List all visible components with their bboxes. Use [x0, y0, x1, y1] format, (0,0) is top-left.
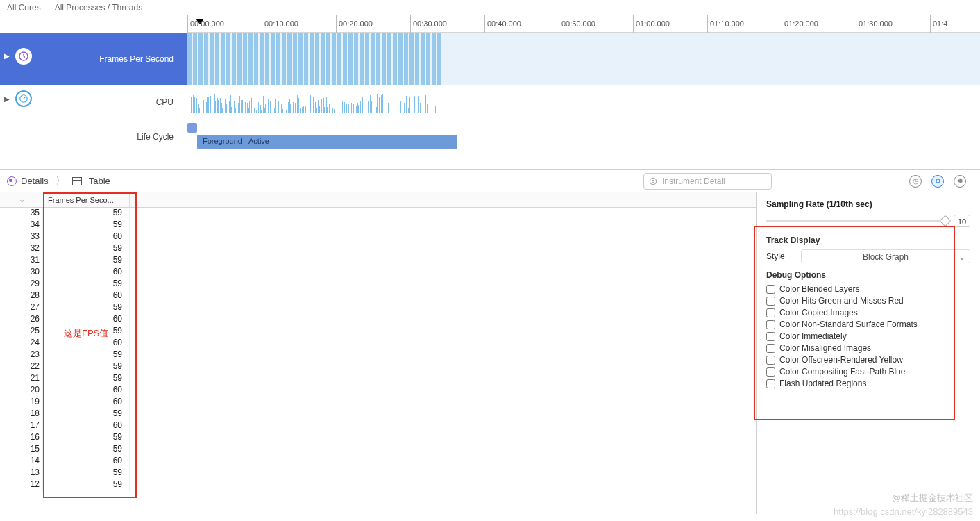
row-index: 23: [0, 349, 43, 361]
info-tab-icon[interactable]: ✱: [954, 175, 966, 188]
fps-value: 59: [43, 220, 130, 231]
checkbox[interactable]: [766, 332, 775, 341]
table-row[interactable]: 1460: [0, 456, 756, 468]
checkbox[interactable]: [766, 297, 775, 306]
debug-option[interactable]: Color Misaligned Images: [766, 343, 970, 353]
life-cycle-track[interactable]: Life Cycle Foreground - Active: [0, 119, 980, 154]
debug-option[interactable]: Flash Updated Regions: [766, 379, 970, 388]
table-row[interactable]: 2060: [0, 385, 756, 397]
time-ruler[interactable]: 00:00.00000:10.00000:20.00000:30.00000:4…: [187, 15, 980, 33]
option-label: Color Immediately: [779, 331, 847, 341]
slider-thumb-icon[interactable]: [940, 215, 952, 227]
table-row[interactable]: 1559: [0, 444, 756, 456]
table-row[interactable]: 1659: [0, 432, 756, 444]
table-row[interactable]: 1859: [0, 408, 756, 420]
row-index: 26: [0, 314, 43, 326]
life-segment: [187, 123, 197, 133]
table-row[interactable]: 1359: [0, 468, 756, 479]
checkbox[interactable]: [766, 308, 775, 317]
option-label: Color Non-Standard Surface Formats: [779, 320, 918, 329]
checkbox[interactable]: [766, 320, 775, 329]
table-row[interactable]: 3159: [0, 255, 756, 267]
row-index: 16: [0, 432, 43, 444]
fps-track-label: ▶ Frames Per Second: [0, 33, 187, 85]
table-row[interactable]: 2259: [0, 361, 756, 373]
fps-value: 59: [43, 302, 130, 314]
checkbox[interactable]: [766, 285, 775, 294]
track-title: Frames Per Second: [99, 54, 174, 64]
table-row[interactable]: 1760: [0, 420, 756, 432]
row-index: 13: [0, 468, 43, 479]
processes-filter[interactable]: All Processes / Threads: [55, 3, 143, 13]
row-index: 15: [0, 444, 43, 456]
ruler-tick: 01:4: [930, 15, 947, 33]
ruler-tick: 00:40.000: [484, 15, 521, 33]
details-icon: [7, 176, 17, 186]
table-row[interactable]: 3360: [0, 231, 756, 243]
table-row[interactable]: 3259: [0, 243, 756, 255]
disclosure-header[interactable]: ⌄: [0, 195, 43, 204]
option-label: Color Copied Images: [779, 308, 858, 317]
row-index: 30: [0, 267, 43, 279]
table-row[interactable]: 2460: [0, 338, 756, 349]
debug-option[interactable]: Color Compositing Fast-Path Blue: [766, 367, 970, 377]
sampling-value[interactable]: 10: [954, 215, 970, 227]
table-row[interactable]: 3060: [0, 267, 756, 279]
cpu-track[interactable]: ▶ CPU: [0, 85, 980, 119]
fps-column-header[interactable]: Frames Per Seco...: [43, 192, 130, 207]
checkbox[interactable]: [766, 379, 775, 388]
table-row[interactable]: 3559: [0, 208, 756, 220]
row-index: 29: [0, 279, 43, 290]
timeline-pane: 00:00.00000:10.00000:20.00000:30.00000:4…: [0, 15, 980, 170]
track-title: CPU: [156, 97, 174, 107]
row-index: 33: [0, 231, 43, 243]
row-index: 34: [0, 220, 43, 231]
table-row[interactable]: 1259: [0, 479, 756, 491]
ruler-tick: 00:50.000: [559, 15, 595, 33]
cores-filter[interactable]: All Cores: [7, 3, 41, 13]
table-row[interactable]: 2559: [0, 326, 756, 338]
crumb-table[interactable]: Table: [89, 176, 110, 186]
checkbox[interactable]: [766, 344, 775, 353]
row-index: 28: [0, 290, 43, 302]
table-row[interactable]: 3459: [0, 220, 756, 231]
crumb-details[interactable]: Details: [21, 176, 49, 186]
lower-pane: ⌄ Frames Per Seco... 3559345933603259315…: [0, 192, 980, 514]
debug-option[interactable]: Color Hits Green and Misses Red: [766, 296, 970, 306]
debug-option[interactable]: Color Immediately: [766, 331, 970, 341]
table-row[interactable]: 2959: [0, 279, 756, 290]
sampling-slider[interactable]: [766, 220, 949, 222]
debug-option[interactable]: Color Non-Standard Surface Formats: [766, 320, 970, 329]
table-row[interactable]: 2359: [0, 349, 756, 361]
option-label: Color Compositing Fast-Path Blue: [779, 367, 905, 377]
table-row[interactable]: 2860: [0, 290, 756, 302]
checkbox[interactable]: [766, 367, 775, 377]
detail-bar: Details 〉 Table Instrument Detail ◷ ⚙ ✱: [0, 170, 980, 192]
table-row[interactable]: 2660: [0, 314, 756, 326]
fps-value: 60: [43, 231, 130, 243]
life-segment-active: Foreground - Active: [197, 135, 457, 149]
style-select[interactable]: Block Graph: [801, 249, 970, 263]
table-rows: 3559345933603259315930602959286027592660…: [0, 208, 756, 491]
settings-tab-icon[interactable]: ⚙: [931, 175, 944, 188]
table-row[interactable]: 2759: [0, 302, 756, 314]
fps-track[interactable]: ▶ Frames Per Second: [0, 33, 980, 85]
clock-icon: [15, 48, 32, 65]
cpu-bars: [187, 85, 980, 119]
search-input[interactable]: Instrument Detail: [643, 173, 772, 190]
fps-value: 59: [43, 255, 130, 267]
debug-option[interactable]: Color Offscreen-Rendered Yellow: [766, 355, 970, 365]
row-index: 18: [0, 408, 43, 420]
table-row[interactable]: 2159: [0, 373, 756, 385]
disclosure-icon[interactable]: ▶: [4, 52, 10, 60]
checkbox[interactable]: [766, 356, 775, 365]
fps-value: 59: [43, 349, 130, 361]
debug-option[interactable]: Color Copied Images: [766, 308, 970, 317]
disclosure-icon[interactable]: ▶: [4, 95, 10, 103]
table-row[interactable]: 1960: [0, 397, 756, 408]
debug-option[interactable]: Color Blended Layers: [766, 284, 970, 294]
ruler-tick: 00:00.000: [187, 15, 224, 33]
ruler-tick: 01:20.000: [782, 15, 818, 33]
history-tab-icon[interactable]: ◷: [909, 175, 922, 188]
option-label: Flash Updated Regions: [779, 379, 866, 388]
